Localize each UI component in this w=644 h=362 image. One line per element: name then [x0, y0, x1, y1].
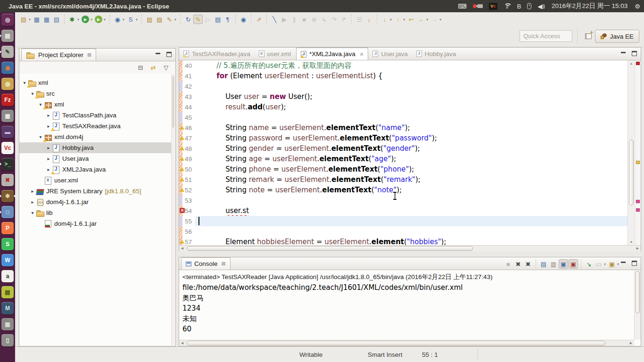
expand-closed-icon[interactable]: ▸: [29, 189, 36, 194]
maximize-view-button[interactable]: [166, 52, 172, 57]
dropdown-icon[interactable]: ▾: [77, 17, 79, 22]
code-line-41[interactable]: 41 for (Element userElement : userElemen…: [179, 71, 627, 81]
overview-marker[interactable]: [636, 208, 640, 212]
console-horizontal-scrollbar[interactable]: ◀ ▶: [179, 340, 634, 346]
overview-marker[interactable]: [636, 200, 640, 203]
skip-breakpoints-icon[interactable]: ╲: [270, 15, 279, 24]
line-number[interactable]: 55: [182, 218, 195, 225]
code-line-57[interactable]: 57 Element hobbiesElement = userElement.…: [179, 237, 627, 245]
editor-tab-testsaxreader-java[interactable]: JTestSAXReader.java: [179, 48, 255, 60]
project-tree-scrollbar[interactable]: [171, 74, 175, 346]
line-number[interactable]: 57: [182, 239, 195, 246]
editor-horizontal-scrollbar[interactable]: ◀ ▶: [179, 245, 641, 251]
line-number[interactable]: 41: [182, 73, 195, 80]
line-number[interactable]: 48: [182, 145, 195, 152]
new-service-wizard-icon[interactable]: S: [126, 15, 135, 24]
line-number[interactable]: 43: [182, 93, 195, 100]
line-number[interactable]: 50: [182, 166, 195, 173]
code-line-47[interactable]: 47 String password = userElement.element…: [179, 133, 627, 143]
new-web-wizard-icon[interactable]: ◉: [113, 15, 122, 24]
volume-indicator-icon[interactable]: ◀)): [537, 3, 545, 10]
code-line-54[interactable]: ✕54 user.st: [179, 206, 627, 216]
tree-item-user-xml[interactable]: xuser.xml: [19, 175, 171, 186]
scroll-lock-icon[interactable]: ▥: [549, 259, 558, 269]
close-view-icon[interactable]: ⊠: [87, 52, 91, 58]
trash-launcher-icon[interactable]: ▯: [0, 334, 15, 346]
code-line-text[interactable]: [195, 216, 627, 226]
line-number[interactable]: 46: [182, 124, 195, 132]
virtualbox-launcher-icon[interactable]: □: [0, 206, 15, 218]
code-line-text[interactable]: User user = new User();: [195, 91, 627, 102]
show-source-icon[interactable]: ▤: [213, 15, 223, 24]
code-line-text[interactable]: String phone = userElement.elementText("…: [195, 164, 627, 174]
filezilla-launcher-icon[interactable]: Fz: [0, 94, 15, 106]
line-number[interactable]: 52: [182, 187, 195, 194]
tree-item-dom4j-1-6-1-jar[interactable]: ▸dom4j-1.6.1.jar: [19, 197, 171, 207]
close-view-icon[interactable]: ⊠: [222, 261, 226, 267]
media-player-launcher-icon[interactable]: ▬: [0, 126, 15, 138]
scrollbar-thumb[interactable]: [629, 140, 634, 206]
code-line-text[interactable]: [195, 81, 627, 91]
code-line-45[interactable]: 45: [179, 112, 627, 123]
project-explorer-tab[interactable]: Project Explorer ⊠: [21, 49, 96, 61]
code-line-42[interactable]: 42: [179, 81, 627, 91]
close-tab-icon[interactable]: ✕: [360, 51, 364, 57]
text-editor-launcher-icon[interactable]: ✎: [0, 46, 15, 58]
run-icon[interactable]: ▶: [82, 16, 89, 23]
editor-tab-hobby-java[interactable]: JHobby.java: [412, 48, 461, 60]
perspective-java-ee-button[interactable]: Java EE: [595, 30, 639, 43]
dash-home-launcher-icon[interactable]: ◎: [0, 14, 15, 26]
console-vertical-scrollbar[interactable]: [634, 270, 641, 340]
notes-launcher-icon[interactable]: ▤: [0, 286, 15, 298]
code-line-text[interactable]: String note = userElement.elementText("n…: [195, 185, 627, 195]
session-gear-icon[interactable]: ⚙: [635, 3, 640, 10]
minimize-view-button[interactable]: [156, 51, 161, 57]
import-archive-icon[interactable]: ▨: [145, 15, 154, 24]
scroll-left-icon[interactable]: ◀: [179, 246, 185, 251]
tree-item-jre-system-library[interactable]: ▸JRE System Library[jdk1.8.0_65]: [19, 186, 171, 197]
editor-vertical-scrollbar[interactable]: ▲ ▼: [627, 60, 635, 245]
line-number[interactable]: 47: [182, 135, 195, 142]
view-menu-icon[interactable]: ▽: [161, 63, 171, 72]
launch-shortcut-icon[interactable]: ⇗: [254, 15, 264, 24]
code-line-50[interactable]: 50 String phone = userElement.elementTex…: [179, 164, 627, 174]
code-line-text[interactable]: // 5.遍历所有的user元素，获取里面的内容: [195, 60, 627, 71]
wps-writer-launcher-icon[interactable]: W: [0, 254, 15, 266]
editor-tab-user-xml[interactable]: xuser.xml: [255, 48, 295, 60]
maximize-console-button[interactable]: [632, 261, 637, 266]
tree-item-xml[interactable]: ▾xml: [19, 99, 171, 110]
code-line-43[interactable]: 43 User user = new User();: [179, 91, 627, 102]
scrollbar-thumb[interactable]: [187, 341, 605, 346]
workspace-switcher-launcher-icon[interactable]: ▦: [0, 318, 15, 330]
code-line-text[interactable]: String gender = userElement.elementText(…: [195, 143, 627, 154]
editor-tab--xml2java-java[interactable]: J*XML2Java.java✕: [296, 48, 368, 60]
scroll-down-icon[interactable]: ▼: [628, 239, 635, 245]
code-line-44[interactable]: 44 result.add(user);: [179, 102, 627, 112]
open-perspective-button[interactable]: [585, 32, 593, 40]
expand-closed-icon[interactable]: ▸: [29, 199, 36, 205]
code-line-53[interactable]: 53: [179, 195, 627, 206]
console-tab[interactable]: Console ⊠: [181, 257, 231, 270]
minimize-console-button[interactable]: [621, 260, 626, 266]
code-line-40[interactable]: 40 // 5.遍历所有的user元素，获取里面的内容: [179, 60, 627, 71]
tree-item-xml-dom4j[interactable]: ▾xml.dom4j: [19, 132, 171, 142]
tree-item-dom4j-1-6-1-jar[interactable]: dom4j-1.6.1.jar: [19, 218, 171, 229]
code-line-48[interactable]: 48 String gender = userElement.elementTe…: [179, 143, 627, 154]
use-step-filters-icon[interactable]: ↓: [364, 15, 374, 24]
open-web-browser-icon[interactable]: ◉: [239, 15, 248, 24]
line-number[interactable]: 44: [182, 104, 195, 111]
open-resource-icon[interactable]: ▨: [155, 15, 164, 24]
remove-launch-icon[interactable]: ✖: [513, 259, 523, 269]
previous-annotation-icon[interactable]: ↑: [393, 15, 403, 24]
tree-item-hobby-java[interactable]: ▸JHobby.java: [19, 142, 171, 153]
scroll-right-icon[interactable]: ▶: [628, 340, 634, 346]
eclipse-ide-launcher-icon[interactable]: ✱: [0, 190, 15, 202]
files-launcher-icon[interactable]: ▤: [0, 30, 15, 42]
line-number[interactable]: 51: [182, 176, 195, 183]
debug-icon[interactable]: ✱: [67, 15, 77, 24]
back-icon[interactable]: ←: [416, 15, 426, 24]
save-all-icon[interactable]: ▦: [42, 15, 51, 24]
tree-item-lib[interactable]: ▾lib: [19, 207, 171, 218]
print-icon[interactable]: ▤: [52, 15, 61, 24]
external-tools-icon[interactable]: ✎: [165, 15, 174, 24]
